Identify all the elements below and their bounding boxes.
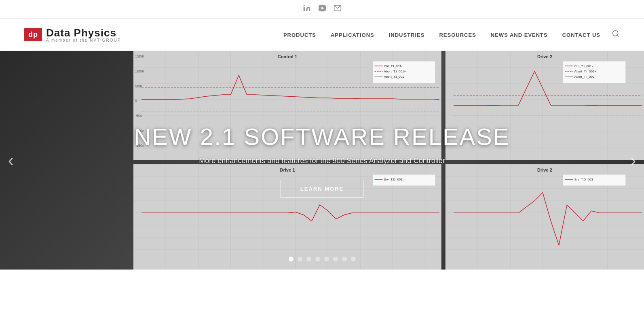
nav-item-contact-us[interactable]: CONTACT US: [562, 31, 600, 38]
search-icon[interactable]: [612, 30, 620, 40]
carousel-dot-4[interactable]: [315, 257, 320, 261]
learn-more-button[interactable]: LEARN MORE: [281, 180, 363, 198]
navbar: dp Data Physics A member of the NVT GROU…: [0, 19, 644, 51]
carousel-dots: [289, 257, 356, 261]
nav-links: PRODUCTS APPLICATIONS INDUSTRIES RESOURC…: [283, 31, 600, 38]
email-icon[interactable]: [334, 4, 342, 14]
logo-text: Data Physics A member of the NVT GROUP: [46, 27, 121, 42]
nav-item-news-events[interactable]: NEWS AND EVENTS: [491, 31, 548, 38]
carousel-prev-arrow[interactable]: ‹: [4, 147, 17, 174]
carousel-dot-8[interactable]: [351, 257, 356, 261]
carousel-dot-2[interactable]: [298, 257, 302, 261]
carousel-dot-5[interactable]: [324, 257, 329, 261]
hero-subtitle: More enhancements and features for the 9…: [199, 157, 445, 165]
svg-point-0: [303, 5, 304, 6]
nav-item-products[interactable]: PRODUCTS: [283, 31, 316, 38]
hero-title: NEW 2.1 SOFTWARE RELEASE: [134, 123, 510, 150]
hero-carousel: 30 Level: Ref [I_002]: -5.00 dB Control …: [0, 51, 644, 270]
carousel-dot-1[interactable]: [289, 257, 293, 261]
nav-item-resources[interactable]: RESOURCES: [439, 31, 476, 38]
youtube-icon[interactable]: [318, 4, 326, 14]
nav-item-applications[interactable]: APPLICATIONS: [331, 31, 374, 38]
svg-line-3: [617, 35, 619, 37]
carousel-dot-7[interactable]: [342, 257, 347, 261]
svg-point-2: [613, 31, 618, 36]
nav-item-industries[interactable]: INDUSTRIES: [389, 31, 425, 38]
logo[interactable]: dp Data Physics A member of the NVT GROU…: [24, 27, 121, 42]
social-bar: [0, 0, 644, 19]
carousel-dot-3[interactable]: [306, 257, 311, 261]
carousel-dot-6[interactable]: [333, 257, 338, 261]
hero-overlay: NEW 2.1 SOFTWARE RELEASE More enhancemen…: [0, 51, 644, 270]
logo-dp: dp: [24, 28, 42, 41]
carousel-next-arrow[interactable]: ›: [627, 147, 640, 174]
linkedin-icon[interactable]: [303, 4, 311, 14]
